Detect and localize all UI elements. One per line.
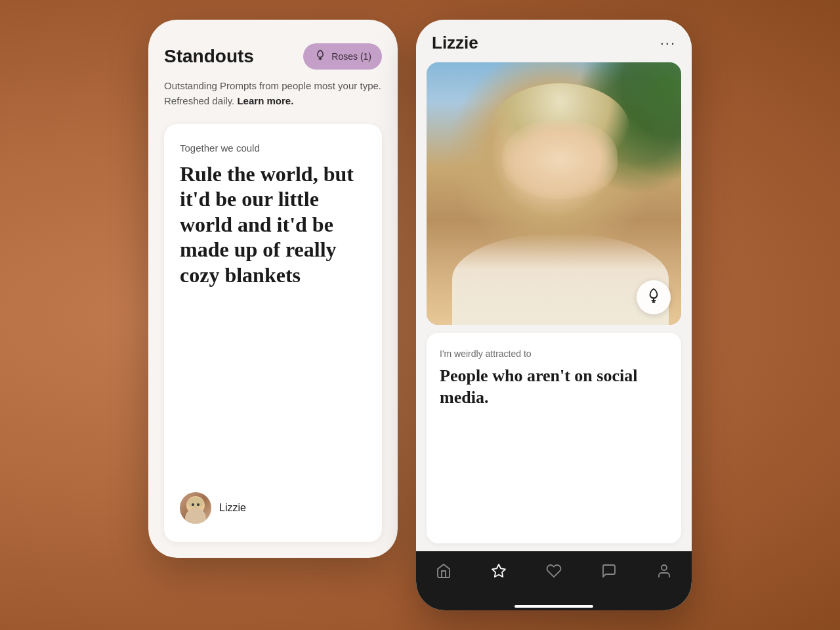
avatar [180,492,211,524]
standout-prompt-card[interactable]: Together we could Rule the world, but it… [164,124,382,542]
prompt-username: Lizzie [219,502,246,514]
svg-point-3 [197,503,200,506]
face-detail [503,120,618,199]
profile-photo [427,62,681,325]
learn-more-link[interactable]: Learn more. [237,95,293,106]
nav-likes[interactable] [538,560,570,585]
nav-standouts[interactable] [483,560,514,585]
rose-action-icon [645,287,662,308]
shoulder-detail [452,233,669,325]
left-phone: Standouts Roses (1) Outstanding Prompts … [148,20,398,558]
phones-container: Standouts Roses (1) Outstanding Prompts … [148,20,692,610]
svg-point-2 [192,503,194,506]
profile-prompt-card[interactable]: I'm weirdly attracted to People who aren… [427,333,681,543]
standouts-header: Standouts Roses (1) [164,43,382,70]
profile-prompt-answer: People who aren't on social media. [440,366,668,408]
more-options-icon[interactable]: ··· [660,35,676,52]
home-indicator-bar [416,600,692,610]
right-phone: Lizzie ··· [416,20,692,610]
profile-header: Lizzie ··· [416,20,692,62]
rose-icon [314,49,327,64]
star-icon [491,563,507,583]
svg-point-6 [662,565,667,570]
prompt-label: Together we could [180,142,366,154]
rose-action-button[interactable] [637,280,671,314]
nav-home[interactable] [428,560,459,585]
home-icon [436,563,452,583]
nav-profile[interactable] [648,560,680,585]
roses-label: Roses (1) [331,51,371,62]
prompt-user: Lizzie [180,492,366,524]
profile-name: Lizzie [432,33,478,53]
profile-prompt-label: I'm weirdly attracted to [440,348,668,359]
home-indicator [514,605,593,608]
nav-messages[interactable] [593,560,625,585]
avatar-image [180,492,211,524]
standouts-title: Standouts [164,46,254,67]
svg-point-1 [188,497,203,508]
bottom-navigation [416,551,692,600]
svg-marker-5 [492,564,505,577]
message-icon [601,563,617,583]
heart-icon [546,563,562,583]
prompt-answer: Rule the world, but it'd be our little w… [180,161,366,474]
standouts-description: Outstanding Prompts from people most you… [164,79,382,108]
roses-button[interactable]: Roses (1) [303,43,382,70]
person-icon [656,563,672,583]
